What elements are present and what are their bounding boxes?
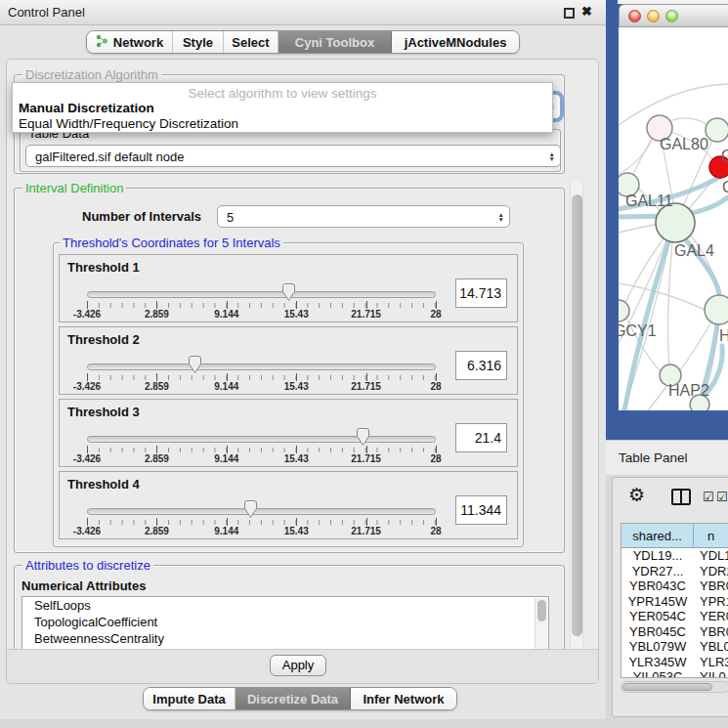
threshold-value-field[interactable]: 21.4: [455, 423, 507, 452]
cell-shared-name[interactable]: YIL053C: [621, 669, 694, 678]
attribute-list-item[interactable]: BetweennessCentrality: [22, 630, 548, 647]
threshold-value-field[interactable]: 14.713: [455, 278, 507, 308]
cell-name[interactable]: YIL0: [694, 669, 728, 678]
scrollbar-thumb[interactable]: [622, 683, 712, 691]
close-icon[interactable]: ✖: [581, 4, 592, 19]
zoom-traffic-light[interactable]: [665, 10, 678, 22]
major-tick: [296, 446, 297, 453]
tab-infer-network[interactable]: Infer Network: [351, 688, 456, 709]
apply-button[interactable]: Apply: [270, 655, 326, 676]
tab-discretize-data[interactable]: Discretize Data: [236, 688, 351, 709]
numerical-attributes-label: Numerical Attributes: [21, 578, 146, 593]
tab-jactivemnodules[interactable]: jActiveMNodules: [392, 31, 519, 53]
table-row[interactable]: YIL053CYIL0: [621, 669, 728, 678]
threshold-label: Threshold 2: [67, 332, 140, 347]
node-right: [705, 295, 728, 324]
cell-name[interactable]: YDL1: [694, 548, 728, 564]
table-row[interactable]: YBL079WYBL0: [621, 639, 728, 655]
tick-label: 2.859: [145, 381, 169, 392]
column-header-name[interactable]: n: [694, 524, 728, 548]
slider-thumb[interactable]: [187, 355, 203, 374]
table-panel-title: Table Panel: [619, 450, 688, 465]
slider-thumb[interactable]: [242, 499, 259, 519]
table-data-combo[interactable]: galFiltered.sif default node ▲▼: [25, 145, 561, 167]
major-tick: [156, 301, 157, 309]
cell-name[interactable]: YBR0: [694, 624, 728, 640]
node-attribute-table: shared... n YDL19...YDL1YDR27...YDR2YBR0…: [621, 523, 728, 678]
threshold-value-field[interactable]: 6.316: [455, 351, 507, 380]
scrollbar-thumb[interactable]: [572, 194, 582, 636]
tab-cyni-toolbox[interactable]: Cyni Toolbox: [278, 31, 392, 53]
tick-label: 15.43: [284, 453, 309, 464]
cell-shared-name[interactable]: YDL19...: [621, 548, 694, 564]
tab-select[interactable]: Select: [224, 31, 278, 53]
attribute-list-item[interactable]: TopologicalCoefficient: [22, 614, 548, 630]
cell-shared-name[interactable]: YLR345W: [621, 655, 694, 670]
threshold-label: Threshold 1: [67, 260, 140, 275]
column-header-shared-name[interactable]: shared...: [621, 524, 694, 548]
tick-label: 21.715: [351, 381, 381, 392]
popup-option[interactable]: Manual Discretization: [19, 101, 154, 115]
top-tab-bar: NetworkStyleSelectCyni ToolboxjActiveMNo…: [86, 30, 520, 54]
numerical-attributes-list[interactable]: SelfLoopsTopologicalCoefficientBetweenne…: [21, 596, 549, 653]
network-icon: [96, 34, 108, 51]
cell-shared-name[interactable]: YBR045C: [621, 624, 694, 640]
table-row[interactable]: YDL19...YDL1: [621, 548, 728, 564]
float-window-icon[interactable]: [564, 8, 575, 19]
slider-track[interactable]: [87, 364, 436, 370]
cell-name[interactable]: YER0: [694, 609, 728, 624]
slider-track[interactable]: [87, 291, 436, 298]
cell-name[interactable]: YBL0: [694, 639, 728, 655]
table-row[interactable]: YBR043CYBR0: [621, 578, 728, 594]
major-tick: [156, 373, 157, 381]
cell-shared-name[interactable]: YPR145W: [621, 594, 694, 610]
split-view-icon[interactable]: [671, 489, 691, 505]
node-bottom: [690, 395, 709, 410]
cell-name[interactable]: YDR2: [694, 564, 728, 579]
minimize-traffic-light[interactable]: [647, 10, 660, 22]
close-traffic-light[interactable]: [628, 10, 641, 22]
checkbox-icon[interactable]: ☑: [716, 490, 728, 504]
interval-definition-title: Interval Definition: [22, 181, 126, 195]
table-horizontal-scrollbar[interactable]: [621, 681, 728, 693]
checkbox-icon[interactable]: ☑: [703, 490, 714, 504]
popup-option[interactable]: Equal Width/Frequency Discretization: [19, 116, 238, 131]
attributes-list-scrollbar[interactable]: [535, 598, 547, 653]
tick-label: 9.144: [214, 526, 238, 536]
tab-network[interactable]: Network: [87, 31, 173, 53]
slider-track[interactable]: [87, 508, 436, 515]
threshold-value-field[interactable]: 11.344: [455, 495, 507, 525]
tab-style[interactable]: Style: [173, 31, 224, 53]
tab-impute-data[interactable]: Impute Data: [144, 688, 236, 709]
network-window-titlebar[interactable]: [619, 4, 728, 27]
tick-label: -3.426: [73, 453, 101, 464]
cell-name[interactable]: YBR0: [694, 578, 728, 594]
gear-icon[interactable]: ⚙: [628, 486, 645, 504]
cell-name[interactable]: YLR3: [694, 655, 728, 670]
slider-thumb[interactable]: [280, 282, 297, 302]
table-row[interactable]: YDR27...YDR2: [621, 564, 728, 579]
tick-label: 9.144: [214, 453, 238, 464]
slider-thumb[interactable]: [355, 427, 371, 447]
attribute-list-item[interactable]: SelfLoops: [22, 597, 548, 614]
table-row[interactable]: YLR345WYLR3: [621, 655, 728, 670]
threshold-panel: Threshold 2-3.4262.8599.14415.4321.71528…: [59, 326, 518, 395]
tick-label: 28: [430, 453, 441, 464]
cell-shared-name[interactable]: YBR043C: [621, 578, 694, 594]
node-gal4: [656, 203, 695, 242]
network-canvas[interactable]: GAL80GAGAL11CGAL4GCY1HHAP2: [619, 27, 728, 410]
number-of-intervals-combo[interactable]: 5 ▲▼: [217, 205, 510, 228]
slider-track[interactable]: [87, 436, 436, 443]
cell-shared-name[interactable]: YDR27...: [621, 564, 694, 579]
table-row[interactable]: YER054CYER0: [621, 609, 728, 624]
cell-name[interactable]: YPR1: [694, 594, 728, 610]
major-tick: [296, 373, 297, 381]
cell-shared-name[interactable]: YER054C: [621, 609, 694, 624]
table-row[interactable]: YBR045CYBR0: [621, 624, 728, 640]
major-tick: [366, 301, 367, 309]
table-row[interactable]: YPR145WYPR1: [621, 594, 728, 610]
cell-shared-name[interactable]: YBL079W: [621, 639, 694, 655]
panel-vertical-scrollbar[interactable]: [570, 178, 583, 678]
tick-label: -3.426: [73, 309, 101, 320]
major-tick: [296, 518, 297, 526]
